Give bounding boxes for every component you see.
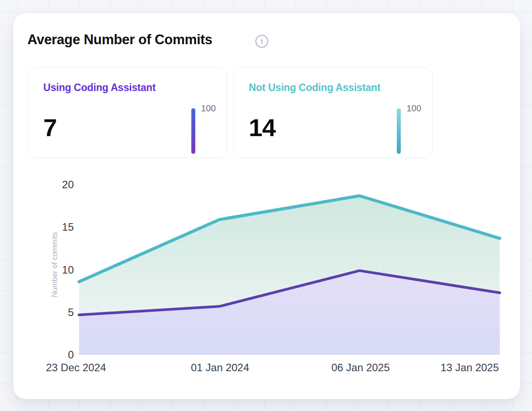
stat-card-not-using-assistant: Not Using Coding Assistant 14 100	[233, 67, 433, 158]
stat-value: 7	[43, 114, 57, 142]
area-chart-plot[interactable]	[79, 185, 500, 355]
stat-scale-max: 100	[407, 103, 421, 114]
x-label-3: 13 Jan 2025	[441, 362, 499, 374]
stat-card-using-assistant: Using Coding Assistant 7 100	[28, 67, 227, 158]
y-tick-5: 5	[47, 307, 74, 318]
y-tick-10: 10	[47, 264, 74, 276]
x-label-1: 01 Jan 2024	[191, 362, 249, 374]
stat-label: Not Using Coding Assistant	[249, 82, 380, 94]
page-background: { "header": { "title": "Average Number o…	[0, 0, 532, 411]
y-tick-0: 0	[47, 349, 74, 361]
gradient-bar-icon	[397, 108, 401, 154]
y-tick-20: 20	[47, 179, 74, 190]
page-title: Average Number of Commits	[27, 32, 213, 48]
info-icon-glyph: i	[261, 38, 262, 45]
y-tick-15: 15	[47, 221, 74, 233]
gradient-bar-icon	[191, 108, 195, 154]
stat-label: Using Coding Assistant	[43, 82, 156, 94]
stat-scale-max: 100	[201, 103, 216, 114]
commits-chart-card: Average Number of Commits i Using Coding…	[13, 13, 520, 399]
info-icon[interactable]: i	[255, 35, 268, 48]
x-label-0: 23 Dec 2024	[46, 362, 106, 374]
stat-value: 14	[249, 114, 275, 142]
x-label-2: 06 Jan 2025	[331, 362, 390, 374]
